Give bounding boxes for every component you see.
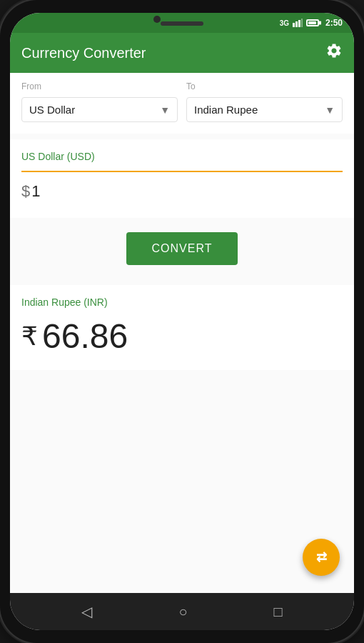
svg-rect-2 [298, 20, 300, 27]
result-currency-symbol: ₹ [21, 322, 38, 352]
network-indicator: 3G [280, 19, 289, 27]
to-value: Indian Rupee [194, 104, 258, 116]
result-currency-label: Indian Rupee (INR) [21, 296, 343, 308]
swap-fab-button[interactable]: ⇄ [303, 539, 340, 576]
input-underline [21, 171, 343, 172]
to-chevron-down-icon: ▼ [325, 104, 335, 116]
convert-button[interactable]: CONVERT [126, 232, 238, 265]
to-selector-group: To Indian Rupee ▼ [186, 81, 343, 122]
nav-bar: ◁ ○ □ [10, 593, 354, 630]
status-time: 2:50 [325, 18, 343, 28]
result-value-row: ₹ 66.86 [21, 316, 343, 356]
swap-icon: ⇄ [316, 549, 327, 565]
from-currency-symbol: $ [21, 182, 30, 201]
phone-screen: 3G 2:50 Currency Converter [10, 13, 354, 630]
from-dropdown[interactable]: US Dollar ▼ [21, 97, 178, 122]
svg-rect-3 [301, 19, 303, 27]
result-amount: 66.86 [42, 316, 128, 356]
svg-rect-1 [295, 21, 298, 27]
input-section: US Dollar (USD) $ 1 [10, 139, 354, 218]
from-value: US Dollar [29, 104, 75, 116]
to-label: To [186, 81, 343, 91]
home-button[interactable]: ○ [178, 604, 187, 620]
convert-button-row: CONVERT [10, 218, 354, 279]
settings-button[interactable] [325, 42, 343, 64]
amount-input[interactable]: 1 [31, 182, 40, 201]
app-toolbar: Currency Converter [10, 33, 354, 73]
signal-bars-icon [293, 19, 303, 27]
recent-apps-button[interactable]: □ [273, 604, 282, 620]
currency-selectors-row: From US Dollar ▼ To Indian Rupee ▼ [10, 73, 354, 134]
app-title: Currency Converter [21, 45, 146, 61]
back-button[interactable]: ◁ [81, 603, 92, 620]
main-content: From US Dollar ▼ To Indian Rupee ▼ US Do… [10, 73, 354, 593]
gear-icon [325, 42, 343, 59]
result-section: Indian Rupee (INR) ₹ 66.86 [10, 285, 354, 370]
from-label: From [21, 81, 178, 91]
to-dropdown[interactable]: Indian Rupee ▼ [186, 97, 343, 122]
phone-frame: 3G 2:50 Currency Converter [0, 0, 364, 643]
battery-icon [306, 19, 319, 26]
from-selector-group: From US Dollar ▼ [21, 81, 178, 122]
amount-input-row: $ 1 [21, 179, 343, 204]
from-currency-label: US Dollar (USD) [21, 151, 343, 162]
svg-rect-0 [293, 23, 295, 27]
status-bar: 3G 2:50 [10, 13, 354, 33]
from-chevron-down-icon: ▼ [160, 104, 170, 116]
